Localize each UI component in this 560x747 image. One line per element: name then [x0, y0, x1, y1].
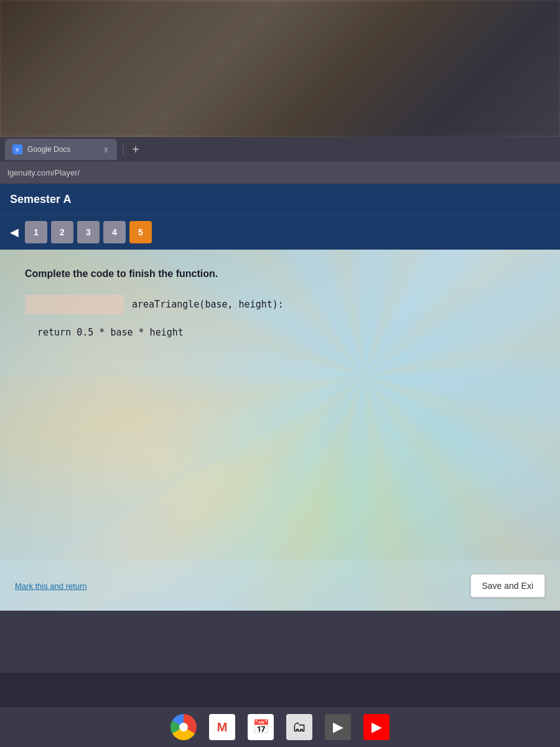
code-input[interactable] [25, 294, 124, 314]
browser-tab[interactable]: ≡ Google Docs x [5, 139, 117, 160]
tab-favicon: ≡ [12, 144, 22, 154]
nav-prev-arrow[interactable]: ◀ [10, 225, 19, 239]
address-text: lgenuity.com/Player/ [7, 168, 80, 177]
taskbar-youtube-icon[interactable]: ▶ [363, 714, 390, 740]
question-text: Complete the code to finish the function… [25, 268, 535, 280]
tab-title: Google Docs [27, 145, 98, 154]
site-header: Semester A [0, 184, 560, 214]
taskbar-calendar-icon[interactable]: 📅 [248, 714, 274, 740]
address-bar[interactable]: lgenuity.com/Player/ [0, 162, 560, 184]
new-tab-button[interactable]: + [129, 143, 142, 157]
main-content: Complete the code to finish the function… [0, 250, 560, 611]
mark-return-link[interactable]: Mark this and return [15, 581, 87, 591]
code-area: areaTriangle(base, height): [25, 294, 535, 314]
taskbar-play-icon[interactable]: ▶ [325, 714, 351, 740]
question-btn-3[interactable]: 3 [77, 221, 100, 243]
browser-tab-bar: ≡ Google Docs x | + [0, 137, 560, 162]
tab-close-button[interactable]: x [103, 143, 110, 156]
content-footer: Mark this and return Save and Exi [0, 561, 560, 611]
taskbar-docs-icon[interactable]: 🗂 [286, 714, 312, 740]
bottom-area: M 📅 🗂 ▶ ▶ [0, 611, 560, 673]
save-exit-button[interactable]: Save and Exi [470, 574, 546, 598]
question-btn-2[interactable]: 2 [51, 221, 73, 243]
docs-glyph: 🗂 [292, 719, 306, 735]
question-nav: ◀ 1 2 3 4 5 [0, 214, 560, 250]
tab-favicon-icon: ≡ [16, 146, 19, 153]
question-btn-1[interactable]: 1 [25, 221, 47, 243]
calendar-glyph: 📅 [253, 719, 269, 735]
gmail-letter: M [217, 720, 228, 735]
play-glyph: ▶ [333, 719, 343, 735]
code-suffix: areaTriangle(base, height): [132, 299, 284, 310]
taskbar-gmail-icon[interactable]: M [209, 714, 235, 740]
taskbar-chrome-icon[interactable] [170, 714, 197, 740]
content-inner: Complete the code to finish the function… [0, 250, 560, 357]
question-btn-5[interactable]: 5 [129, 221, 152, 243]
code-return-line: return 0.5 * base * height [37, 327, 535, 338]
site-title: Semester A [10, 193, 71, 206]
question-btn-4[interactable]: 4 [103, 221, 126, 243]
youtube-glyph: ▶ [371, 719, 382, 735]
tab-separator: | [122, 144, 124, 155]
top-photo-area [0, 0, 560, 137]
taskbar: M 📅 🗂 ▶ ▶ [0, 707, 560, 747]
